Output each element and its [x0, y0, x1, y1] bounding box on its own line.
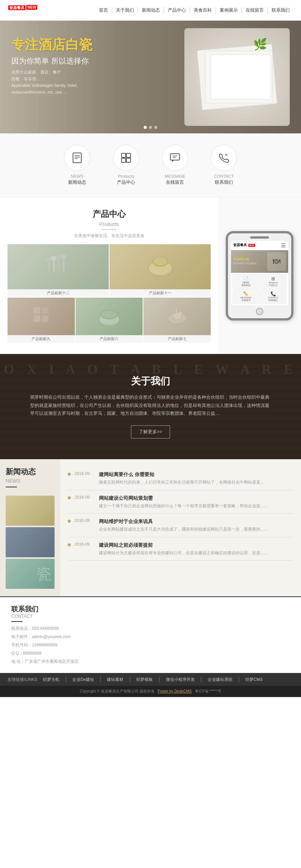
- news-item-4[interactable]: 2018-09 建设网站之前必须要提前 建设网站分为主建设和现在有专业的建站公司…: [68, 537, 293, 561]
- icon-news[interactable]: NEWS 新闻动态: [64, 145, 90, 186]
- footer-link-5[interactable]: 微信小程序开发: [166, 677, 195, 682]
- nav-item-products[interactable]: 产品中心: [164, 7, 190, 14]
- phone-icon-products[interactable]: ⊞ Products产品中心: [260, 274, 287, 289]
- phone-icon-news[interactable]: 📄 NEWS新闻动态: [233, 274, 260, 289]
- bowls-svg: [145, 254, 175, 280]
- footer-power-link[interactable]: Power by DedeCMS: [158, 689, 192, 693]
- nav-item-message[interactable]: 在线留言: [242, 7, 268, 14]
- hero-dot-2[interactable]: [149, 126, 152, 129]
- phone-mockup: 瓷器餐具 NEW ☰ 专注酒店白瓷 因为你简单 所以选择你 🍽: [226, 231, 293, 321]
- logo[interactable]: 瓷器餐具NEW: [8, 5, 37, 15]
- icon-contact[interactable]: CONTACT 联系我们: [211, 145, 237, 186]
- hero-dots: [144, 126, 157, 129]
- hero-title: 专注酒店白瓷: [11, 36, 93, 54]
- message-label-cn: 在线留言: [162, 179, 188, 186]
- footer-icp: 粤ICP备******号: [195, 689, 221, 693]
- phone-news-icon: 📄: [234, 276, 258, 281]
- news-item-title-4: 建设网站之前必须要提前: [99, 542, 268, 549]
- news-date-3: 2018-09: [74, 518, 95, 523]
- product-img-7: [143, 298, 211, 335]
- phone-menu-icon[interactable]: ☰: [281, 242, 286, 248]
- product-item-12[interactable]: 产品刷新十二: [8, 244, 109, 297]
- product-item-9[interactable]: 产品刷新九: [8, 298, 75, 343]
- phone-products-icon: ⊞: [262, 276, 285, 281]
- footer-links-label: 友情链接/LINKS: [8, 677, 37, 682]
- plate-stack: 🌿: [192, 36, 282, 118]
- news-item-3[interactable]: 2018-09 网站维护对于企业来说具 企业在网站建设成功之后不只是大功告成了，…: [68, 514, 293, 537]
- product-item-6[interactable]: 产品刷新六: [76, 298, 143, 343]
- svg-rect-26: [42, 315, 49, 322]
- footer: Copyright © 瓷器餐具生产有限公司 版权所有 Power by Ded…: [0, 686, 301, 697]
- footer-link-6[interactable]: 企业建站系统: [208, 677, 233, 682]
- icon-message[interactable]: MESSAGE 在线留言: [162, 145, 188, 186]
- hero-subtitle: 因为你简单 所以选择你: [11, 56, 93, 66]
- news-content-3: 网站维护对于企业来说具 企业在网站建设成功之后不只是大功告成了，骤新和技能建设网…: [99, 518, 268, 532]
- news-content-4: 建设网站之前必须要提前 建设网站分为主建设和现在有专业的建站公司，但是在建设之前…: [99, 542, 268, 556]
- news-item-1[interactable]: 2018-09 建网站离要什么 你需要知 随着互联网时代的到来，人们日常的工作和…: [68, 467, 293, 490]
- footer-link-3[interactable]: 建站素材: [107, 677, 123, 682]
- news-item-2[interactable]: 2018-09 网站建设公司网站策划需 建立一个属于自己的企业网站想做好什么？每…: [68, 490, 293, 514]
- product-img-12: [8, 244, 109, 289]
- logo-badge: NEW: [26, 5, 37, 10]
- product-label-7: 产品刷新七: [143, 335, 211, 343]
- footer-link-2[interactable]: 企业De建站: [72, 677, 94, 682]
- news-label-cn: 新闻动态: [64, 179, 90, 186]
- products-label-cn: 产品中心: [113, 179, 139, 186]
- footer-link-1[interactable]: 织梦主机: [43, 677, 59, 682]
- hero-dot-3[interactable]: [154, 126, 157, 129]
- phone-contact-label: CONTACT联系我们: [262, 296, 285, 302]
- svg-rect-4: [122, 153, 126, 157]
- icon-products[interactable]: Products 产品中心: [113, 145, 139, 186]
- contact-title-en: CONTACT: [11, 614, 79, 619]
- nav-item-news[interactable]: 新闻动态: [138, 7, 164, 14]
- nav-item-home[interactable]: 首页: [95, 7, 112, 14]
- footer-link-4[interactable]: 织梦模板: [136, 677, 153, 682]
- contact-label-en: CONTACT: [211, 174, 237, 178]
- about-more-button[interactable]: 了解更多>>: [131, 425, 170, 439]
- contact-icon-circle: [211, 145, 237, 171]
- product-item-7[interactable]: 产品刷新七: [143, 298, 211, 343]
- news-date-2: 2018-09: [74, 495, 95, 499]
- phone-banner-image: 🍽: [267, 252, 286, 271]
- contact-icon: [218, 152, 230, 164]
- svg-rect-8: [170, 154, 179, 160]
- news-content-2: 网站建设公司网站策划需 建立一个属于自己的企业网站想做好什么？每一个程序员都需要…: [99, 495, 268, 509]
- nav-item-about[interactable]: 关于我们: [112, 7, 138, 14]
- svg-rect-6: [122, 158, 126, 162]
- message-icon: [169, 152, 181, 164]
- products-divider: [102, 229, 117, 230]
- phone-screen: 瓷器餐具 NEW ☰ 专注酒店白瓷 因为你简单 所以选择你 🍽: [231, 241, 288, 305]
- news-dot-1: [68, 473, 71, 476]
- bowl-large-svg: [96, 303, 122, 330]
- footer-link-7[interactable]: 织梦CMS: [245, 677, 263, 682]
- contact-mobile-line: 手机号码：13988889999: [11, 641, 79, 649]
- contact-left-panel: 联系我们 CONTACT 联系电话：020-66689888 电子邮件：admi…: [11, 605, 79, 665]
- svg-rect-14: [53, 260, 55, 272]
- news-icon-circle: [64, 145, 90, 171]
- hero-dot-1[interactable]: [144, 126, 147, 129]
- news-item-desc-1: 随着互联网时代的到来，人们日常的工作和生活都离不开网站了，在网络社会中网站是某…: [99, 479, 265, 485]
- products-title-en: Products: [8, 221, 211, 227]
- hero-desc: 适用大众家庭、酒店、餐厅 西餐、等等用 . . . . Applicable V…: [11, 69, 93, 95]
- contact-address-line: 地 址：广东省广州市番禺地区开发区: [11, 657, 79, 665]
- nav-item-contact[interactable]: 联系我们: [268, 7, 293, 14]
- svg-rect-16: [58, 259, 59, 272]
- news-label-en: NEWS: [64, 174, 90, 178]
- news-item-desc-3: 企业在网站建设成功之后不只是大功告成了，骤新和技能建设网站只是第一步，最重要的.…: [99, 526, 268, 532]
- phone-icon-message[interactable]: ✏️ MESSAGE在线留言: [233, 289, 260, 304]
- nav-item-food[interactable]: 美食百科: [190, 7, 216, 14]
- product-item-11[interactable]: 产品刷新十一: [109, 244, 211, 297]
- footer-sep-6: |: [238, 676, 240, 683]
- news-char: 瓷: [36, 564, 52, 584]
- phone-header: 瓷器餐具 NEW ☰: [231, 241, 288, 250]
- news-left-panel: 新闻动态 NEWS 瓷: [0, 459, 60, 596]
- nav-item-cases[interactable]: 案例展示: [216, 7, 242, 14]
- news-section: 新闻动态 NEWS 瓷 2018-09 建网站离要什么 你需要知 随着互联网时代…: [0, 459, 301, 596]
- floral-svg: [164, 303, 190, 330]
- svg-point-29: [101, 310, 117, 319]
- phone-home-button[interactable]: [256, 308, 263, 315]
- spoons-svg: [43, 254, 73, 280]
- phone-icon-contact[interactable]: 📞 CONTACT联系我们: [260, 289, 287, 304]
- footer-sep-5: |: [201, 676, 202, 683]
- footer-sep-3: |: [129, 676, 131, 683]
